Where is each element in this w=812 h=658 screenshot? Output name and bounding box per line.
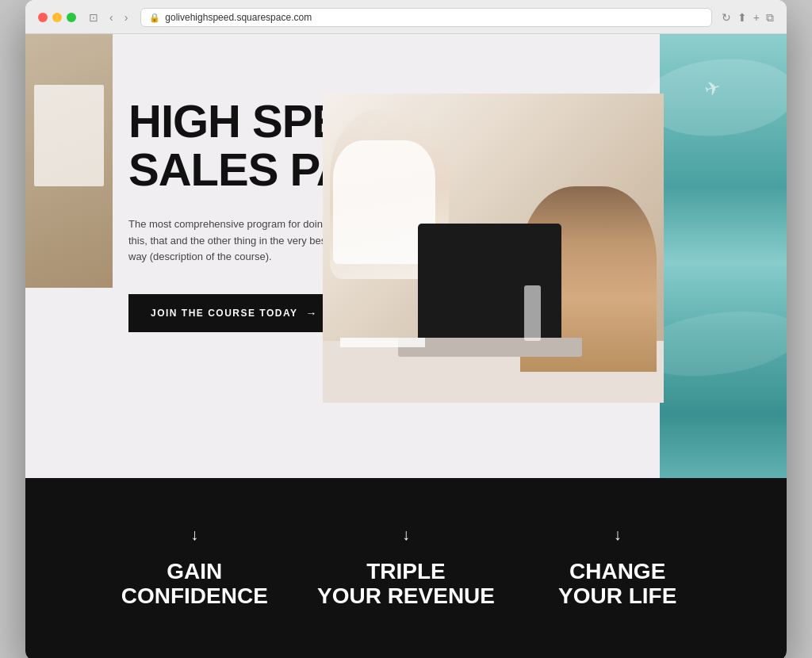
maximize-button[interactable] [67,13,76,22]
url-text: golivehighspeed.squarespace.com [165,12,312,23]
traffic-lights [38,13,76,22]
cta-arrow-icon: → [306,307,319,319]
page-content: HIGH SPEED SALES PAGE The most comprehen… [25,34,787,658]
bottom-section: ↓ GAIN CONFIDENCE ↓ TRIPLE YOUR REVENUE … [25,478,787,658]
close-button[interactable] [38,13,48,22]
features-grid: ↓ GAIN CONFIDENCE ↓ TRIPLE YOUR REVENUE … [25,510,787,625]
feature-item-1: ↓ GAIN CONFIDENCE [89,510,301,625]
browser-actions: ↻ ⬆ + ⧉ [722,11,774,25]
browser-chrome: ⊡ ‹ › 🔒 golivehighspeed.squarespace.com … [25,0,787,34]
feature-title-2: TRIPLE YOUR REVENUE [317,560,495,609]
airplane-icon: ✈ [702,70,744,95]
browser-controls: ⊡ ‹ › [86,10,131,25]
share-icon[interactable]: ⬆ [737,11,747,25]
forward-button[interactable]: › [121,10,132,25]
browser-window: ⊡ ‹ › 🔒 golivehighspeed.squarespace.com … [25,0,787,658]
new-tab-icon[interactable]: + [753,11,760,25]
minimize-button[interactable] [52,13,62,22]
feature-item-3: ↓ CHANGE YOUR LIFE [511,510,723,625]
reload-icon[interactable]: ↻ [722,11,731,25]
feature-title-3: CHANGE YOUR LIFE [558,560,676,609]
tabs-icon[interactable]: ⧉ [766,11,774,25]
meeting-photo [323,94,664,403]
cta-label: JOIN THE COURSE TODAY [151,308,298,319]
lock-icon: 🔒 [149,13,160,23]
address-bar[interactable]: 🔒 golivehighspeed.squarespace.com [140,8,711,27]
feature-arrow-1: ↓ [190,526,198,544]
feature-arrow-3: ↓ [614,526,622,544]
feature-title-1: GAIN CONFIDENCE [121,560,268,609]
hero-description: The most comprehensive program for doing… [128,216,335,266]
feature-arrow-2: ↓ [402,526,410,544]
sidebar-toggle-icon[interactable]: ⊡ [86,10,102,25]
feature-item-2: ↓ TRIPLE YOUR REVENUE [301,510,512,625]
teal-image: ✈ [660,34,787,478]
hero-section: HIGH SPEED SALES PAGE The most comprehen… [25,34,787,478]
back-button[interactable]: ‹ [106,10,117,25]
cta-button[interactable]: JOIN THE COURSE TODAY → [128,294,340,332]
